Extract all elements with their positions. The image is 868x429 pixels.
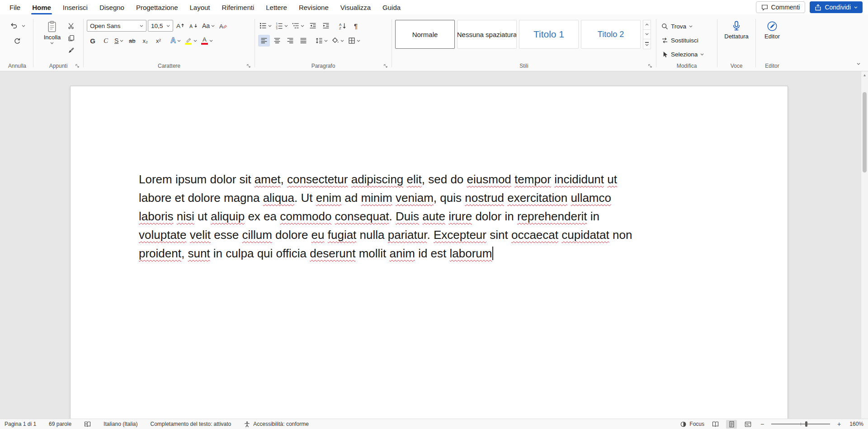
misspelled-word[interactable]: aute bbox=[422, 210, 445, 223]
misspelled-word[interactable]: consectetur bbox=[287, 173, 348, 186]
clear-formatting-button[interactable] bbox=[217, 20, 229, 32]
justify-button[interactable] bbox=[297, 35, 309, 47]
misspelled-word[interactable]: elit bbox=[407, 173, 422, 186]
word-count-status[interactable]: 69 parole bbox=[49, 421, 71, 427]
share-button[interactable]: Condividi bbox=[810, 1, 863, 13]
misspelled-word[interactable]: voluptate bbox=[139, 228, 187, 242]
zoom-out-button[interactable]: − bbox=[759, 420, 766, 428]
misspelled-word[interactable]: exercitation bbox=[507, 191, 567, 205]
tab-guida[interactable]: Guida bbox=[377, 0, 406, 14]
paragraph-dialog-launcher[interactable] bbox=[382, 63, 389, 69]
shading-button[interactable] bbox=[330, 35, 345, 47]
numbering-button[interactable] bbox=[274, 20, 289, 32]
bullets-button[interactable] bbox=[258, 20, 273, 32]
bold-button[interactable]: G bbox=[87, 35, 99, 47]
tab-layout[interactable]: Layout bbox=[184, 0, 216, 14]
misspelled-word[interactable]: laboris bbox=[139, 210, 174, 223]
scrollbar-up-arrow[interactable]: ▲ bbox=[861, 71, 868, 79]
tab-visualizza[interactable]: Visualizza bbox=[335, 0, 377, 14]
styles-dialog-launcher[interactable] bbox=[647, 63, 653, 69]
style-titolo-1[interactable]: Titolo 1 bbox=[519, 20, 579, 49]
print-layout-button[interactable] bbox=[726, 420, 737, 429]
misspelled-word[interactable]: fugiat bbox=[328, 228, 357, 242]
misspelled-word[interactable]: enim bbox=[316, 191, 341, 205]
misspelled-word[interactable]: irure bbox=[448, 210, 472, 223]
page-count-status[interactable]: Pagina 1 di 1 bbox=[5, 421, 36, 427]
text-completion-status[interactable]: Completamento del testo: attivato bbox=[150, 421, 231, 427]
gallery-expand-button[interactable] bbox=[643, 39, 651, 49]
font-name-select[interactable]: Open Sans bbox=[87, 20, 146, 32]
font-size-select[interactable]: 10,5 bbox=[148, 20, 173, 32]
change-case-button[interactable]: Aa bbox=[201, 20, 216, 32]
document-line-3[interactable]: laboris nisi ut aliquip ex ea commodo co… bbox=[139, 207, 733, 226]
misspelled-word[interactable]: laborum bbox=[450, 247, 492, 260]
paste-button[interactable]: Incolla bbox=[40, 20, 65, 61]
misspelled-word[interactable]: occaecat bbox=[511, 228, 558, 242]
align-center-button[interactable] bbox=[271, 35, 283, 47]
misspelled-word[interactable]: aliquip bbox=[211, 210, 245, 223]
format-painter-button[interactable] bbox=[66, 45, 76, 56]
misspelled-word[interactable]: sunt bbox=[188, 247, 210, 260]
comments-button[interactable]: Commenti bbox=[756, 1, 806, 13]
ribbon-collapse-button[interactable] bbox=[854, 59, 863, 68]
style-normale[interactable]: Normale bbox=[395, 20, 455, 49]
zoom-slider-thumb[interactable] bbox=[805, 421, 807, 427]
scrollbar-thumb[interactable] bbox=[863, 92, 867, 173]
misspelled-word[interactable]: incididunt bbox=[554, 173, 604, 186]
undo-dropdown-button[interactable] bbox=[21, 20, 26, 32]
sort-button[interactable] bbox=[337, 20, 349, 32]
accessibility-status[interactable]: Accessibilità: conforme bbox=[244, 421, 309, 428]
highlight-color-button[interactable] bbox=[184, 35, 198, 47]
tab-lettere[interactable]: Lettere bbox=[260, 0, 293, 14]
vertical-scrollbar[interactable]: ▲ bbox=[861, 71, 868, 419]
redo-button[interactable] bbox=[11, 35, 23, 47]
dictate-button[interactable]: Dettatura bbox=[721, 20, 752, 61]
increase-indent-button[interactable] bbox=[320, 20, 332, 32]
style-titolo-2[interactable]: Titolo 2 bbox=[581, 20, 641, 49]
undo-button[interactable] bbox=[8, 20, 20, 32]
misspelled-word[interactable]: ullamco bbox=[571, 191, 611, 205]
misspelled-word[interactable]: aliqua bbox=[263, 191, 294, 205]
misspelled-word[interactable]: eu bbox=[311, 228, 325, 242]
find-button[interactable]: Trova bbox=[660, 21, 714, 32]
document-page[interactable]: Lorem ipsum dolor sit amet, consectetur … bbox=[70, 86, 788, 419]
zoom-in-button[interactable]: + bbox=[835, 420, 843, 428]
document-line-2[interactable]: labore et dolore magna aliqua. Ut enim a… bbox=[139, 189, 733, 207]
strikethrough-button[interactable]: ab bbox=[126, 35, 138, 47]
read-mode-button[interactable] bbox=[710, 420, 721, 429]
misspelled-word[interactable]: amet bbox=[255, 173, 281, 186]
misspelled-word[interactable]: veniam bbox=[396, 191, 434, 205]
misspelled-word[interactable]: nostrud bbox=[465, 191, 504, 205]
multilevel-list-button[interactable] bbox=[291, 20, 306, 32]
misspelled-word[interactable]: cillum bbox=[242, 228, 272, 242]
font-color-button[interactable]: A bbox=[200, 35, 214, 47]
tab-progettazione[interactable]: Progettazione bbox=[130, 0, 184, 14]
focus-mode-button[interactable]: Focus bbox=[680, 421, 704, 428]
misspelled-word[interactable]: velit bbox=[190, 228, 211, 242]
misspelled-word[interactable]: consequat bbox=[335, 210, 389, 223]
show-formatting-marks-button[interactable]: ¶ bbox=[350, 20, 362, 32]
font-dialog-launcher[interactable] bbox=[245, 63, 252, 69]
zoom-slider[interactable] bbox=[771, 420, 830, 429]
misspelled-word[interactable]: commodo bbox=[280, 210, 331, 223]
misspelled-word[interactable]: Excepteur bbox=[434, 228, 486, 242]
document-line-5[interactable]: proident, sunt in culpa qui officia dese… bbox=[139, 244, 733, 263]
misspelled-word[interactable]: reprehenderit bbox=[517, 210, 587, 223]
misspelled-word[interactable]: anim bbox=[390, 247, 415, 260]
misspelled-word[interactable]: proident bbox=[139, 247, 181, 260]
misspelled-word[interactable]: eiusmod bbox=[467, 173, 511, 186]
cut-button[interactable] bbox=[66, 20, 76, 31]
misspelled-word[interactable]: tempor bbox=[514, 173, 551, 186]
tab-home[interactable]: Home bbox=[26, 0, 57, 14]
superscript-button[interactable]: x² bbox=[152, 35, 164, 47]
grow-font-button[interactable] bbox=[175, 20, 186, 32]
misspelled-word[interactable]: Duis bbox=[396, 210, 419, 223]
decrease-indent-button[interactable] bbox=[307, 20, 319, 32]
align-right-button[interactable] bbox=[284, 35, 296, 47]
align-left-button[interactable] bbox=[258, 35, 270, 47]
italic-button[interactable]: C bbox=[100, 35, 112, 47]
proofing-status[interactable] bbox=[84, 421, 91, 428]
misspelled-word[interactable]: minim bbox=[361, 191, 392, 205]
line-spacing-button[interactable] bbox=[314, 35, 329, 47]
misspelled-word[interactable]: pariatur bbox=[388, 228, 427, 242]
